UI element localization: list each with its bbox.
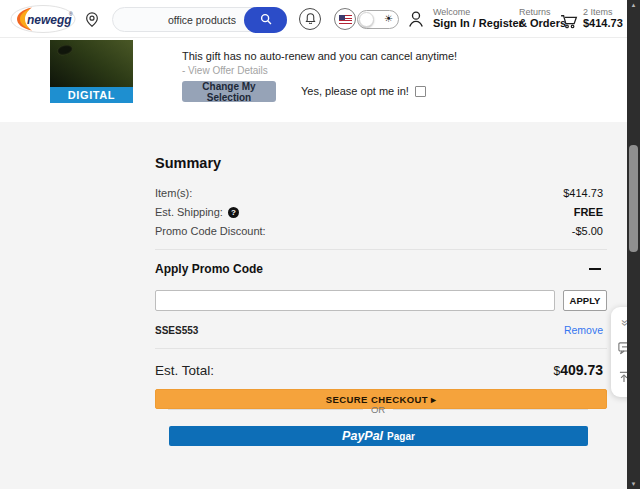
promo-form: APPLY: [155, 290, 607, 311]
promo-section-header[interactable]: Apply Promo Code: [155, 262, 607, 276]
paypal-checkout-button[interactable]: PayPal Pagar: [169, 426, 588, 446]
scrollbar-up-arrow[interactable]: ▲: [627, 2, 640, 8]
promo-title: Apply Promo Code: [155, 262, 263, 276]
location-pin-icon[interactable]: [84, 10, 100, 33]
paypal-logo: PayPal: [342, 429, 383, 443]
language-region-button[interactable]: [334, 8, 356, 30]
search-button[interactable]: [244, 7, 287, 33]
newegg-logo-icon: newegg ®: [10, 4, 76, 34]
us-flag-icon: [339, 15, 352, 24]
gift-product-image[interactable]: DIGITAL: [50, 40, 133, 103]
total-value: $409.73: [553, 361, 603, 379]
summary-row-discount: Promo Code Discount: -$5.00: [155, 225, 607, 237]
search-bar: [112, 7, 287, 32]
toggle-knob: [359, 12, 374, 27]
gift-offer-section: DIGITAL This gift has no auto-renew and …: [0, 38, 627, 122]
opt-in-row: Yes, please opt me in!: [301, 85, 426, 97]
collapse-icon[interactable]: [589, 268, 601, 270]
shipping-value: FREE: [574, 206, 603, 218]
paypal-pagar-label: Pagar: [387, 431, 415, 442]
help-icon[interactable]: ?: [228, 207, 239, 218]
or-label: OR: [363, 404, 393, 415]
applied-promo-row: SSES553 Remove: [155, 324, 607, 336]
apply-button[interactable]: APPLY: [563, 290, 607, 311]
divider: [393, 409, 588, 410]
cart-button[interactable]: [558, 11, 580, 34]
summary-row-shipping: Est. Shipping: ? FREE: [155, 206, 607, 218]
promo-code-input[interactable]: [155, 290, 555, 311]
or-divider: OR: [168, 404, 588, 415]
view-offer-details-link[interactable]: - View Offer Details: [182, 65, 268, 76]
vertical-scrollbar[interactable]: ▲ ▼: [627, 0, 640, 489]
shipping-label: Est. Shipping:: [155, 206, 223, 218]
total-label: Est. Total:: [155, 363, 214, 378]
account-icon[interactable]: [406, 9, 426, 33]
scrollbar-thumb[interactable]: [629, 145, 638, 252]
logo-registered-mark: ®: [69, 11, 73, 17]
gift-message: This gift has no auto-renew and you can …: [182, 50, 457, 62]
applied-promo-code: SSES553: [155, 325, 198, 336]
order-summary: Summary Item(s): $414.73 Est. Shipping: …: [155, 155, 607, 409]
search-icon: [259, 12, 273, 29]
summary-title: Summary: [155, 155, 607, 171]
divider: [155, 348, 607, 349]
cart-items-count: 2 Items: [583, 7, 623, 17]
estimated-total-row: Est. Total: $409.73: [155, 361, 607, 379]
logo-text: newegg: [27, 13, 72, 27]
sun-icon: ☀: [384, 13, 393, 24]
theme-toggle[interactable]: ☀: [357, 10, 399, 29]
top-header: newegg ®: [0, 0, 627, 38]
divider: [168, 409, 363, 410]
discount-label: Promo Code Discount:: [155, 225, 266, 237]
discount-value: -$5.00: [572, 225, 603, 237]
change-my-selection-button[interactable]: Change My Selection: [182, 81, 276, 102]
cart-summary[interactable]: 2 Items $414.73: [583, 7, 623, 30]
bell-icon: [304, 10, 317, 28]
digital-caption: DIGITAL: [50, 87, 133, 103]
summary-row-items: Item(s): $414.73: [155, 187, 607, 199]
opt-in-label: Yes, please opt me in!: [301, 85, 409, 97]
newegg-logo[interactable]: newegg ®: [10, 4, 76, 38]
cart-total: $414.73: [583, 17, 623, 30]
items-value: $414.73: [563, 187, 603, 199]
cart-icon: [558, 11, 580, 30]
sign-in-label: Sign In / Register: [433, 17, 523, 30]
checkout-page: newegg ®: [0, 0, 640, 489]
checkout-arrow-icon: ▸: [431, 394, 436, 405]
notifications-button[interactable]: [299, 8, 321, 30]
divider: [155, 249, 607, 250]
items-label: Item(s):: [155, 187, 192, 199]
remove-promo-link[interactable]: Remove: [564, 324, 603, 336]
scrollbar-down-arrow[interactable]: ▼: [627, 481, 640, 487]
gift-product-artwork: [50, 40, 133, 87]
welcome-label: Welcome: [433, 7, 523, 17]
opt-in-checkbox[interactable]: [415, 86, 426, 97]
sign-in-register[interactable]: Welcome Sign In / Register: [433, 7, 523, 30]
